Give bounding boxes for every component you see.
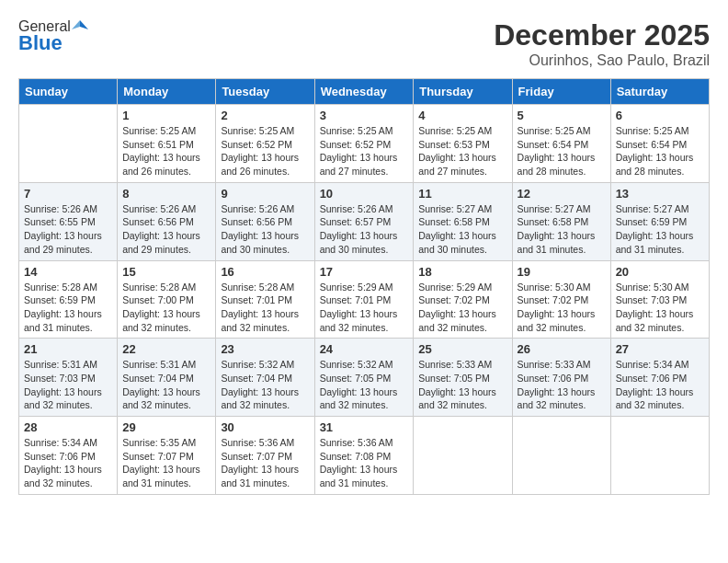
day-info: Sunrise: 5:27 AM Sunset: 6:58 PM Dayligh… [418, 202, 506, 257]
day-info: Sunrise: 5:25 AM Sunset: 6:52 PM Dayligh… [320, 124, 409, 178]
calendar-cell: 22Sunrise: 5:31 AM Sunset: 7:04 PM Dayli… [118, 339, 216, 417]
day-number: 18 [418, 265, 506, 279]
day-info: Sunrise: 5:25 AM Sunset: 6:54 PM Dayligh… [616, 124, 704, 178]
location-title: Ourinhos, Sao Paulo, Brazil [494, 52, 710, 69]
calendar-cell: 19Sunrise: 5:30 AM Sunset: 7:02 PM Dayli… [512, 260, 610, 339]
calendar-cell: 12Sunrise: 5:27 AM Sunset: 6:58 PM Dayli… [512, 182, 610, 260]
day-info: Sunrise: 5:26 AM Sunset: 6:56 PM Dayligh… [122, 202, 210, 257]
day-info: Sunrise: 5:31 AM Sunset: 7:03 PM Dayligh… [24, 358, 112, 412]
calendar-cell: 26Sunrise: 5:33 AM Sunset: 7:06 PM Dayli… [512, 339, 610, 417]
day-number: 30 [221, 420, 309, 434]
calendar-cell: 16Sunrise: 5:28 AM Sunset: 7:01 PM Dayli… [216, 260, 314, 339]
day-number: 17 [320, 265, 409, 279]
day-info: Sunrise: 5:25 AM Sunset: 6:52 PM Dayligh… [221, 124, 309, 178]
day-info: Sunrise: 5:25 AM Sunset: 6:54 PM Dayligh… [518, 124, 606, 178]
day-info: Sunrise: 5:35 AM Sunset: 7:07 PM Dayligh… [122, 436, 210, 490]
header-monday: Monday [118, 79, 216, 105]
calendar-cell: 23Sunrise: 5:32 AM Sunset: 7:04 PM Dayli… [216, 339, 314, 417]
calendar-cell: 13Sunrise: 5:27 AM Sunset: 6:59 PM Dayli… [610, 182, 709, 260]
day-number: 10 [320, 187, 409, 201]
day-info: Sunrise: 5:31 AM Sunset: 7:04 PM Dayligh… [122, 358, 210, 412]
day-number: 28 [24, 420, 112, 434]
calendar-cell [414, 417, 512, 495]
day-number: 29 [122, 420, 210, 434]
header-wednesday: Wednesday [314, 79, 414, 105]
calendar-cell: 8Sunrise: 5:26 AM Sunset: 6:56 PM Daylig… [118, 182, 216, 260]
day-info: Sunrise: 5:27 AM Sunset: 6:58 PM Dayligh… [518, 202, 606, 257]
calendar-cell: 1Sunrise: 5:25 AM Sunset: 6:51 PM Daylig… [118, 105, 216, 183]
calendar-week-row: 1Sunrise: 5:25 AM Sunset: 6:51 PM Daylig… [19, 105, 710, 183]
calendar-cell [19, 105, 118, 183]
day-number: 4 [418, 109, 506, 122]
day-number: 19 [518, 265, 606, 279]
day-number: 20 [616, 265, 704, 279]
calendar-header-row: SundayMondayTuesdayWednesdayThursdayFrid… [19, 79, 710, 105]
calendar-cell: 7Sunrise: 5:26 AM Sunset: 6:55 PM Daylig… [19, 182, 118, 260]
day-info: Sunrise: 5:26 AM Sunset: 6:55 PM Dayligh… [24, 202, 112, 257]
calendar-cell: 3Sunrise: 5:25 AM Sunset: 6:52 PM Daylig… [314, 105, 414, 183]
calendar-cell: 5Sunrise: 5:25 AM Sunset: 6:54 PM Daylig… [512, 105, 610, 183]
day-number: 23 [221, 342, 309, 356]
day-number: 12 [518, 187, 606, 201]
calendar-cell: 9Sunrise: 5:26 AM Sunset: 6:56 PM Daylig… [216, 182, 314, 260]
calendar-week-row: 7Sunrise: 5:26 AM Sunset: 6:55 PM Daylig… [19, 182, 710, 260]
calendar-cell: 29Sunrise: 5:35 AM Sunset: 7:07 PM Dayli… [118, 417, 216, 495]
logo-bird-icon [72, 18, 88, 35]
calendar-cell [512, 417, 610, 495]
header-tuesday: Tuesday [216, 79, 314, 105]
day-number: 22 [122, 342, 210, 356]
header-sunday: Sunday [19, 79, 118, 105]
calendar-cell: 25Sunrise: 5:33 AM Sunset: 7:05 PM Dayli… [414, 339, 512, 417]
header-friday: Friday [512, 79, 610, 105]
day-number: 27 [616, 342, 704, 356]
day-info: Sunrise: 5:30 AM Sunset: 7:02 PM Dayligh… [518, 281, 606, 335]
day-number: 6 [616, 109, 704, 122]
day-number: 11 [418, 187, 506, 201]
day-info: Sunrise: 5:29 AM Sunset: 7:01 PM Dayligh… [320, 281, 409, 335]
day-info: Sunrise: 5:36 AM Sunset: 7:08 PM Dayligh… [320, 436, 409, 490]
day-info: Sunrise: 5:33 AM Sunset: 7:05 PM Dayligh… [418, 358, 506, 412]
day-info: Sunrise: 5:30 AM Sunset: 7:03 PM Dayligh… [616, 281, 704, 335]
day-number: 5 [518, 109, 606, 122]
calendar-cell: 24Sunrise: 5:32 AM Sunset: 7:05 PM Dayli… [314, 339, 414, 417]
svg-marker-0 [80, 20, 88, 29]
day-number: 24 [320, 342, 409, 356]
day-number: 21 [24, 342, 112, 356]
calendar-cell: 31Sunrise: 5:36 AM Sunset: 7:08 PM Dayli… [314, 417, 414, 495]
day-info: Sunrise: 5:29 AM Sunset: 7:02 PM Dayligh… [418, 281, 506, 335]
day-number: 2 [221, 109, 309, 122]
header-saturday: Saturday [610, 79, 709, 105]
title-block: December 2025 Ourinhos, Sao Paulo, Brazi… [494, 18, 710, 69]
calendar-week-row: 14Sunrise: 5:28 AM Sunset: 6:59 PM Dayli… [19, 260, 710, 339]
day-number: 3 [320, 109, 409, 122]
day-info: Sunrise: 5:28 AM Sunset: 7:01 PM Dayligh… [221, 281, 309, 335]
calendar-table: SundayMondayTuesdayWednesdayThursdayFrid… [18, 78, 710, 495]
calendar-cell: 27Sunrise: 5:34 AM Sunset: 7:06 PM Dayli… [610, 339, 709, 417]
day-info: Sunrise: 5:34 AM Sunset: 7:06 PM Dayligh… [24, 436, 112, 490]
calendar-cell: 30Sunrise: 5:36 AM Sunset: 7:07 PM Dayli… [216, 417, 314, 495]
calendar-week-row: 28Sunrise: 5:34 AM Sunset: 7:06 PM Dayli… [19, 417, 710, 495]
day-number: 9 [221, 187, 309, 201]
header-thursday: Thursday [414, 79, 512, 105]
day-number: 26 [518, 342, 606, 356]
day-info: Sunrise: 5:34 AM Sunset: 7:06 PM Dayligh… [616, 358, 704, 412]
day-number: 16 [221, 265, 309, 279]
calendar-cell: 4Sunrise: 5:25 AM Sunset: 6:53 PM Daylig… [414, 105, 512, 183]
day-info: Sunrise: 5:26 AM Sunset: 6:56 PM Dayligh… [221, 202, 309, 257]
day-number: 7 [24, 187, 112, 201]
day-info: Sunrise: 5:36 AM Sunset: 7:07 PM Dayligh… [221, 436, 309, 490]
calendar-cell: 28Sunrise: 5:34 AM Sunset: 7:06 PM Dayli… [19, 417, 118, 495]
day-number: 14 [24, 265, 112, 279]
day-number: 13 [616, 187, 704, 201]
calendar-cell: 17Sunrise: 5:29 AM Sunset: 7:01 PM Dayli… [314, 260, 414, 339]
svg-marker-1 [72, 20, 80, 29]
day-info: Sunrise: 5:25 AM Sunset: 6:51 PM Dayligh… [122, 124, 210, 178]
calendar-cell: 2Sunrise: 5:25 AM Sunset: 6:52 PM Daylig… [216, 105, 314, 183]
logo: General Blue [18, 18, 89, 55]
day-info: Sunrise: 5:26 AM Sunset: 6:57 PM Dayligh… [320, 202, 409, 257]
day-info: Sunrise: 5:27 AM Sunset: 6:59 PM Dayligh… [616, 202, 704, 257]
day-info: Sunrise: 5:33 AM Sunset: 7:06 PM Dayligh… [518, 358, 606, 412]
day-number: 8 [122, 187, 210, 201]
day-info: Sunrise: 5:25 AM Sunset: 6:53 PM Dayligh… [418, 124, 506, 178]
calendar-cell: 11Sunrise: 5:27 AM Sunset: 6:58 PM Dayli… [414, 182, 512, 260]
